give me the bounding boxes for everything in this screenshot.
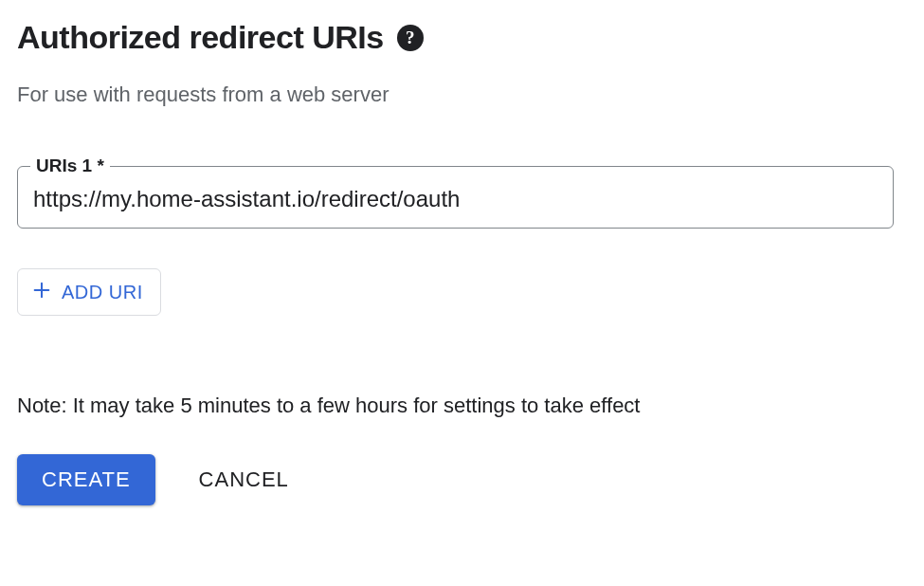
help-icon[interactable]: ?: [397, 25, 424, 51]
add-uri-button[interactable]: ADD URI: [17, 268, 161, 316]
section-title: Authorized redirect URIs: [17, 19, 384, 56]
create-button[interactable]: CREATE: [17, 454, 155, 505]
uri-field-label: URIs 1 *: [30, 156, 110, 176]
section-subtitle: For use with requests from a web server: [17, 82, 907, 107]
action-row: CREATE CANCEL: [17, 454, 907, 505]
plus-icon: [31, 280, 52, 304]
cancel-button[interactable]: CANCEL: [195, 460, 293, 500]
uri-input-1[interactable]: [17, 166, 894, 229]
settings-note: Note: It may take 5 minutes to a few hou…: [17, 394, 907, 418]
section-header: Authorized redirect URIs ?: [17, 19, 907, 56]
uri-field-wrap: URIs 1 *: [17, 166, 907, 229]
add-uri-label: ADD URI: [62, 282, 143, 303]
